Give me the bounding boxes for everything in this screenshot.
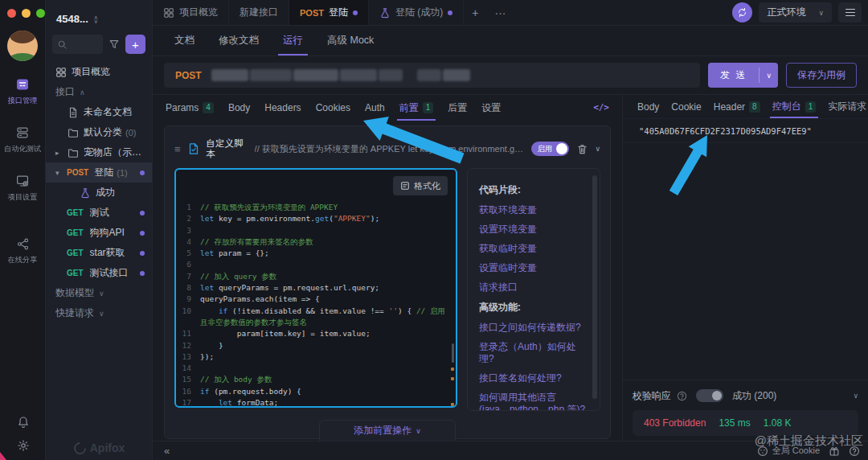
request-tab-7[interactable]: 设置 bbox=[481, 95, 501, 121]
format-button[interactable]: 格式化 bbox=[393, 176, 448, 195]
collapse-sidebar-icon[interactable]: « bbox=[164, 445, 170, 457]
code-text: // 获取预先设置为环境变量的 APPKEY bbox=[200, 202, 449, 213]
window-tab-0[interactable]: 项目概览 bbox=[153, 0, 229, 25]
tree-item-folder-4[interactable]: ▸宠物店（示例... bbox=[46, 142, 152, 162]
rail-item-online-share[interactable]: 在线分享 bbox=[0, 236, 46, 265]
rail-item-project-settings[interactable]: 项目设置 bbox=[0, 174, 46, 203]
project-switcher-icon[interactable]: ∧∨ bbox=[94, 15, 98, 23]
gift-icon[interactable] bbox=[829, 446, 840, 457]
drag-handle-icon[interactable]: ≡ bbox=[174, 143, 181, 155]
console-output[interactable]: "405A0D67F6CFD2F2317D095AD9F47EE9" bbox=[623, 119, 868, 143]
send-dropdown-icon[interactable]: ∨ bbox=[760, 63, 778, 88]
maximize-window-button[interactable] bbox=[36, 9, 45, 18]
doc-tab-3[interactable]: 高级 Mock bbox=[327, 26, 374, 55]
snippet-link[interactable]: 获取环境变量 bbox=[479, 204, 588, 216]
minimize-window-button[interactable] bbox=[22, 9, 31, 18]
request-tab-5[interactable]: 前置1 bbox=[399, 95, 434, 121]
tree-item-request-10[interactable]: GET测试接口 bbox=[46, 263, 152, 283]
help-icon[interactable] bbox=[677, 391, 687, 401]
global-cookie-button[interactable]: 全局 Cookie bbox=[757, 445, 820, 457]
code-line: 9queryParams.each(item => { bbox=[176, 294, 449, 305]
doc-tab-0[interactable]: 文档 bbox=[174, 26, 194, 55]
enable-toggle[interactable]: 启用 bbox=[531, 142, 569, 156]
line-number: 8 bbox=[176, 282, 200, 294]
settings-gear-icon[interactable] bbox=[17, 439, 30, 452]
search-input[interactable] bbox=[52, 35, 103, 54]
response-tab-4[interactable]: 实际请求 bbox=[828, 95, 868, 118]
save-as-case-button[interactable]: 保存为用例 bbox=[786, 63, 857, 88]
script-code-editor[interactable]: 格式化 1// 获取预先设置为环境变量的 APPKEY2let key = pm… bbox=[174, 168, 457, 408]
delete-script-icon[interactable] bbox=[575, 142, 588, 155]
help-circle-icon[interactable] bbox=[849, 446, 860, 457]
snippet-link[interactable]: 登录态（Auth）如何处理? bbox=[479, 341, 588, 365]
tree-item-request-5[interactable]: ▾POST登陆(1) bbox=[46, 162, 152, 183]
url-input[interactable]: POST bbox=[164, 63, 700, 88]
environment-select[interactable]: 正式环境∨ bbox=[759, 2, 832, 23]
editor-scrollbar[interactable] bbox=[452, 343, 454, 363]
rail-item-auto-testing[interactable]: 自动化测试 bbox=[0, 125, 46, 154]
response-tab-1[interactable]: Cookie bbox=[671, 95, 701, 118]
tree-item-doc-2[interactable]: 未命名文档 bbox=[46, 102, 152, 122]
tree-item-label: 宠物店（示例... bbox=[84, 146, 145, 159]
request-tab-2[interactable]: Headers bbox=[264, 95, 301, 121]
minimap-mark bbox=[451, 377, 454, 380]
response-tab-3[interactable]: 控制台1 bbox=[772, 95, 817, 118]
snippet-link[interactable]: 设置环境变量 bbox=[479, 224, 588, 236]
tree-item-section-1[interactable]: 接口∧ bbox=[46, 82, 152, 102]
request-tab-6[interactable]: 后置 bbox=[448, 95, 467, 121]
tree-item-section-12[interactable]: 快捷请求∨ bbox=[46, 303, 152, 323]
caret-right-icon[interactable]: ▸ bbox=[55, 149, 59, 157]
snippet-link[interactable]: 如何调用其他语言 (java、python、php 等)? bbox=[479, 392, 588, 411]
add-pre-action-button[interactable]: 添加前置操作 ∨ bbox=[319, 420, 456, 441]
close-window-button[interactable] bbox=[7, 9, 16, 18]
tree-item-folder-3[interactable]: 默认分类(0) bbox=[46, 122, 152, 142]
snippet-link[interactable]: 设置临时变量 bbox=[479, 262, 588, 274]
snippet-link[interactable]: 获取临时变量 bbox=[479, 243, 588, 255]
new-tab-button[interactable]: + bbox=[464, 0, 486, 25]
tree-item-label: 未命名文档 bbox=[84, 105, 132, 119]
snippet-link[interactable]: 请求接口 bbox=[479, 281, 588, 294]
filter-icon bbox=[108, 39, 120, 50]
chevron-down-icon: ∨ bbox=[99, 290, 104, 298]
user-avatar[interactable] bbox=[7, 31, 38, 61]
notifications-bell-icon[interactable] bbox=[17, 416, 30, 429]
snippet-link[interactable]: 接口签名如何处理? bbox=[479, 372, 588, 384]
project-name[interactable]: 4548... bbox=[56, 13, 88, 25]
tree-item-section-11[interactable]: 数据模型∨ bbox=[46, 283, 152, 303]
window-tab-3[interactable]: 登陆 (成功) bbox=[369, 0, 464, 25]
tree-item-request-7[interactable]: GET测试 bbox=[46, 203, 152, 223]
more-tabs-button[interactable]: ··· bbox=[486, 0, 514, 25]
request-tab-3[interactable]: Cookies bbox=[316, 95, 350, 121]
custom-script-row[interactable]: ≡ 自定义脚本 // 获取预先设置为环境变量的 APPKEY let key =… bbox=[174, 133, 600, 165]
request-tab-label: Auth bbox=[365, 102, 385, 113]
sync-button[interactable] bbox=[732, 2, 752, 23]
request-tab-0[interactable]: Params4 bbox=[166, 95, 214, 121]
filter-button[interactable] bbox=[107, 35, 121, 54]
chevron-down-icon[interactable]: ∨ bbox=[853, 392, 858, 400]
snippets-scrollbar[interactable] bbox=[592, 175, 597, 399]
snippet-link[interactable]: 接口之间如何传递数据? bbox=[479, 322, 588, 334]
validate-toggle[interactable] bbox=[696, 389, 723, 402]
response-tab-2[interactable]: Header8 bbox=[714, 95, 760, 118]
code-text: // 存放所有需要用来签名的参数 bbox=[200, 236, 449, 248]
hamburger-menu-button[interactable] bbox=[838, 2, 862, 23]
tree-item-request-8[interactable]: GET狗狗API bbox=[46, 223, 152, 243]
window-tab-2[interactable]: POST登陆 bbox=[289, 0, 369, 25]
flask-icon bbox=[379, 7, 391, 18]
request-tab-4[interactable]: Auth bbox=[365, 95, 385, 121]
tree-item-case-6[interactable]: 成功 bbox=[46, 183, 152, 203]
rail-item-api-management[interactable]: 接口管理 bbox=[0, 77, 46, 106]
code-view-icon[interactable]: </> bbox=[593, 102, 609, 113]
grid-icon bbox=[55, 67, 67, 78]
doc-tab-2[interactable]: 运行 bbox=[283, 26, 303, 55]
caret-down-icon[interactable]: ▾ bbox=[55, 169, 59, 177]
tree-item-overview-0[interactable]: 项目概览 bbox=[46, 62, 152, 82]
doc-tab-1[interactable]: 修改文档 bbox=[219, 26, 259, 55]
add-api-button[interactable]: + bbox=[125, 35, 145, 54]
collapse-script-icon[interactable]: ∨ bbox=[595, 145, 600, 153]
response-tab-0[interactable]: Body bbox=[637, 95, 659, 118]
window-tab-1[interactable]: 新建接口 bbox=[229, 0, 289, 25]
request-tab-1[interactable]: Body bbox=[228, 95, 250, 121]
tree-item-request-9[interactable]: GETstar获取 bbox=[46, 243, 152, 263]
send-button[interactable]: 发 送 ∨ bbox=[708, 63, 778, 88]
